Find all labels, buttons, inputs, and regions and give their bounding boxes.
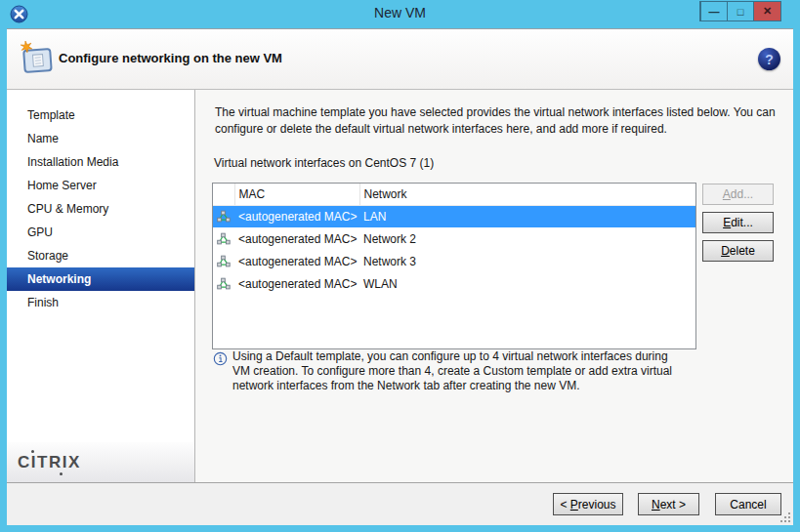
wizard-sidebar: TemplateNameInstallation MediaHome Serve…: [7, 90, 195, 483]
network-cell: LAN: [359, 205, 695, 227]
footer-bar: < Previous Next > Cancel: [7, 482, 793, 525]
network-column-header[interactable]: Network: [359, 184, 695, 205]
mac-column-header[interactable]: MAC: [234, 184, 359, 205]
mac-cell: <autogenerated MAC>: [234, 272, 359, 295]
sidebar-item-storage[interactable]: Storage: [7, 244, 194, 267]
wizard-panel: Configure networking on the new VM ? Tem…: [7, 28, 793, 525]
mac-cell: <autogenerated MAC>: [234, 250, 359, 272]
sidebar-item-name[interactable]: Name: [7, 127, 194, 150]
delete-button[interactable]: Delete: [702, 240, 774, 262]
minimize-button[interactable]: —: [700, 2, 727, 20]
info-note: Using a Default template, you can config…: [213, 349, 684, 393]
mac-cell: <autogenerated MAC>: [234, 205, 359, 227]
citrix-logo: CITRIX: [18, 453, 81, 472]
vif-list-label: Virtual network interfaces on CentOS 7 (…: [214, 156, 434, 170]
wizard-main: The virtual machine template you have se…: [195, 90, 793, 483]
sidebar-item-gpu[interactable]: GPU: [7, 221, 194, 244]
cancel-button[interactable]: Cancel: [715, 493, 781, 515]
logo-strip: CITRIX: [7, 442, 194, 483]
network-icon: [217, 255, 231, 268]
window-controls: —□✕: [699, 1, 781, 21]
network-cell: Network 2: [359, 227, 695, 250]
table-row[interactable]: <autogenerated MAC> LAN: [213, 205, 695, 227]
page-title: Configure networking on the new VM: [59, 51, 282, 65]
title-bar[interactable]: New VM —□✕: [0, 0, 800, 28]
sidebar-item-finish[interactable]: Finish: [7, 291, 194, 314]
vif-table: MAC Network: [212, 183, 696, 349]
sidebar-item-home-server[interactable]: Home Server: [7, 174, 194, 197]
page-description: The virtual machine template you have se…: [215, 104, 776, 138]
help-icon[interactable]: ?: [758, 48, 780, 70]
sidebar-item-cpu-memory[interactable]: CPU & Memory: [7, 197, 194, 221]
vif-table-header[interactable]: MAC Network: [213, 184, 695, 205]
wizard-header: Configure networking on the new VM ?: [7, 29, 793, 90]
window-title: New VM: [0, 5, 800, 20]
add-button[interactable]: Add...: [702, 184, 774, 205]
network-icon: [217, 277, 231, 291]
network-cell: Network 3: [359, 250, 695, 272]
sidebar-item-template[interactable]: Template: [7, 103, 194, 127]
resize-grip[interactable]: [780, 512, 790, 522]
sidebar-item-networking[interactable]: Networking: [7, 267, 194, 291]
mac-cell: <autogenerated MAC>: [234, 227, 359, 250]
maximize-button[interactable]: □: [727, 2, 753, 20]
icon-column-header[interactable]: [213, 184, 234, 205]
network-icon: [217, 232, 231, 246]
info-icon: [213, 351, 228, 366]
new-vm-icon: [20, 40, 55, 77]
vif-table-body: <autogenerated MAC> LAN: [213, 205, 695, 295]
table-row[interactable]: <autogenerated MAC> Network 2: [213, 227, 695, 250]
edit-button[interactable]: Edit...: [702, 212, 774, 233]
network-icon: [217, 210, 231, 224]
table-row[interactable]: <autogenerated MAC> WLAN: [213, 272, 695, 295]
network-cell: WLAN: [359, 272, 695, 295]
sidebar-item-installation-media[interactable]: Installation Media: [7, 150, 194, 174]
close-button[interactable]: ✕: [753, 2, 780, 20]
previous-button[interactable]: < Previous: [553, 493, 623, 515]
next-button[interactable]: Next >: [638, 493, 699, 515]
info-text: Using a Default template, you can config…: [232, 349, 684, 393]
table-row[interactable]: <autogenerated MAC> Network 3: [213, 250, 695, 272]
vif-action-buttons: Add...Edit...Delete: [702, 184, 774, 262]
wizard-steps: TemplateNameInstallation MediaHome Serve…: [7, 90, 194, 314]
